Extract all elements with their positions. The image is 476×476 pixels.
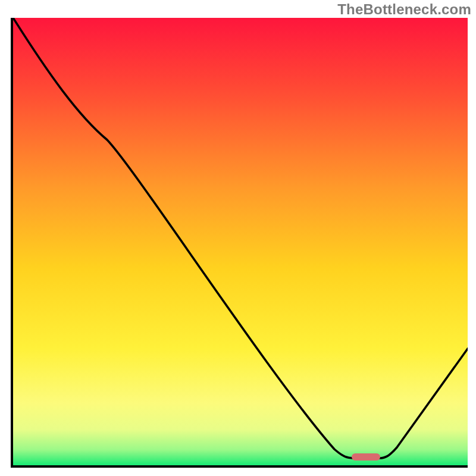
optimum-marker [352, 453, 380, 461]
chart-container: TheBottleneck.com [0, 0, 476, 476]
chart-svg [13, 18, 468, 465]
gradient-background [13, 18, 468, 465]
plot-area [11, 18, 468, 468]
watermark-text: TheBottleneck.com [337, 1, 471, 18]
